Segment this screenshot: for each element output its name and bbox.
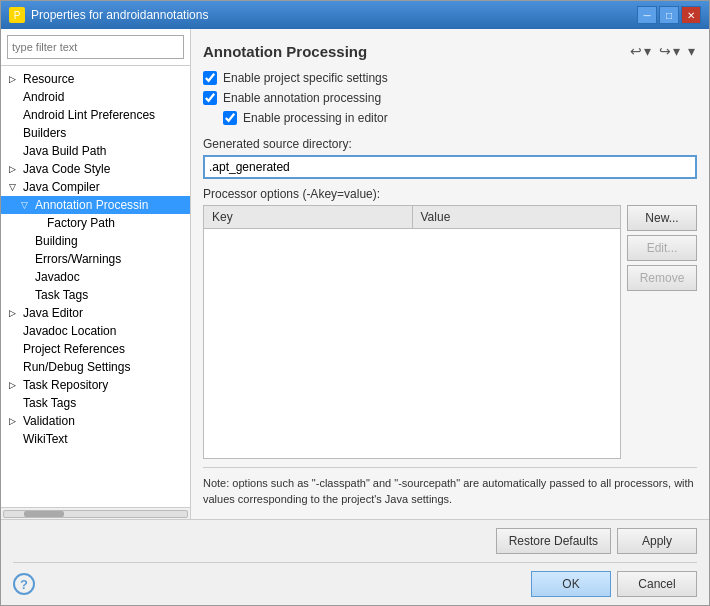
table-area: Key Value New... Edit... Remove — [203, 205, 697, 459]
tree-item-label: Java Editor — [23, 306, 83, 320]
cancel-button[interactable]: Cancel — [617, 571, 697, 597]
col-key-header: Key — [204, 206, 413, 228]
window-title: Properties for androidannotations — [31, 8, 208, 22]
nav-menu-icon: ▾ — [688, 43, 695, 59]
tree-item-label: Java Build Path — [23, 144, 106, 158]
main-body: ▷ResourceAndroidAndroid Lint Preferences… — [1, 29, 709, 519]
title-bar-left: P Properties for androidannotations — [9, 7, 208, 23]
filter-input[interactable] — [7, 35, 184, 59]
right-panel: Annotation Processing ↩ ▾ ↪ ▾ ▾ — [191, 29, 709, 519]
tree-item-android[interactable]: Android — [1, 88, 190, 106]
tree-item-label: Javadoc — [35, 270, 80, 284]
nav-forward-icon: ↪ — [659, 43, 671, 59]
tree-item-label: Validation — [23, 414, 75, 428]
tree-item-java-editor[interactable]: ▷Java Editor — [1, 304, 190, 322]
tree-item-label: Java Code Style — [23, 162, 110, 176]
tree-item-label: Android Lint Preferences — [23, 108, 155, 122]
close-button[interactable]: ✕ — [681, 6, 701, 24]
window-icon: P — [9, 7, 25, 23]
footer-right-buttons-top: Restore Defaults Apply — [496, 528, 697, 554]
tree-item-label: Run/Debug Settings — [23, 360, 130, 374]
tree-item-annotation-processing[interactable]: ▽Annotation Processin — [1, 196, 190, 214]
nav-back-button[interactable]: ↩ ▾ — [628, 41, 653, 61]
tree-item-label: Building — [35, 234, 78, 248]
kv-table: Key Value — [203, 205, 621, 459]
tree-item-label: Factory Path — [47, 216, 115, 230]
tree-item-java-compiler[interactable]: ▽Java Compiler — [1, 178, 190, 196]
table-action-buttons: New... Edit... Remove — [627, 205, 697, 459]
tree-item-resource[interactable]: ▷Resource — [1, 70, 190, 88]
footer-main-buttons: OK Cancel — [531, 571, 697, 597]
tree-item-javadoc-location[interactable]: Javadoc Location — [1, 322, 190, 340]
tree-item-task-tags[interactable]: Task Tags — [1, 286, 190, 304]
tree-item-errors-warnings[interactable]: Errors/Warnings — [1, 250, 190, 268]
expand-icon: ▷ — [9, 308, 19, 318]
nav-buttons: ↩ ▾ ↪ ▾ ▾ — [628, 41, 697, 61]
tree-item-label: Task Tags — [23, 396, 76, 410]
tree-item-java-code-style[interactable]: ▷Java Code Style — [1, 160, 190, 178]
col-value-header: Value — [413, 206, 621, 228]
edit-button[interactable]: Edit... — [627, 235, 697, 261]
enable-processing-label: Enable annotation processing — [223, 91, 381, 105]
tree-item-label: Javadoc Location — [23, 324, 116, 338]
enable-specific-row: Enable project specific settings — [203, 71, 697, 85]
table-header: Key Value — [204, 206, 620, 229]
nav-forward-button[interactable]: ↪ ▾ — [657, 41, 682, 61]
tree-area: ▷ResourceAndroidAndroid Lint Preferences… — [1, 66, 190, 507]
tree-item-label: Project References — [23, 342, 125, 356]
scrollbar-thumb[interactable] — [24, 511, 64, 517]
tree-item-building[interactable]: Building — [1, 232, 190, 250]
restore-button[interactable]: □ — [659, 6, 679, 24]
tree-item-factory-path[interactable]: Factory Path — [1, 214, 190, 232]
tree-item-label: Errors/Warnings — [35, 252, 121, 266]
panel-header: Annotation Processing ↩ ▾ ↪ ▾ ▾ — [203, 41, 697, 61]
enable-editor-label: Enable processing in editor — [243, 111, 388, 125]
tree-item-run-debug-settings[interactable]: Run/Debug Settings — [1, 358, 190, 376]
nav-back-dropdown[interactable]: ▾ — [644, 43, 651, 59]
tree-item-javadoc[interactable]: Javadoc — [1, 268, 190, 286]
tree-item-label: WikiText — [23, 432, 68, 446]
tree-item-builders[interactable]: Builders — [1, 124, 190, 142]
tree-item-task-tags-top[interactable]: Task Tags — [1, 394, 190, 412]
enable-editor-checkbox[interactable] — [223, 111, 237, 125]
remove-button[interactable]: Remove — [627, 265, 697, 291]
tree-item-java-build-path[interactable]: Java Build Path — [1, 142, 190, 160]
scrollbar-area[interactable] — [1, 507, 190, 519]
enable-processing-checkbox[interactable] — [203, 91, 217, 105]
expand-icon: ▽ — [9, 182, 19, 192]
tree-item-label: Android — [23, 90, 64, 104]
tree-item-label: Resource — [23, 72, 74, 86]
restore-defaults-button[interactable]: Restore Defaults — [496, 528, 611, 554]
bottom-area: Restore Defaults Apply ? OK Cancel — [1, 519, 709, 605]
tree-item-task-repository[interactable]: ▷Task Repository — [1, 376, 190, 394]
help-button[interactable]: ? — [13, 573, 35, 595]
note-text: Note: options such as "-classpath" and "… — [203, 467, 697, 507]
enable-specific-checkbox[interactable] — [203, 71, 217, 85]
enable-specific-label: Enable project specific settings — [223, 71, 388, 85]
expand-icon: ▷ — [9, 74, 19, 84]
tree-item-validation[interactable]: ▷Validation — [1, 412, 190, 430]
scrollbar-track[interactable] — [3, 510, 188, 518]
new-button[interactable]: New... — [627, 205, 697, 231]
tree-item-project-references[interactable]: Project References — [1, 340, 190, 358]
title-controls: ─ □ ✕ — [637, 6, 701, 24]
processor-options-label: Processor options (-Akey=value): — [203, 187, 697, 201]
table-body — [204, 229, 620, 409]
tree-item-label: Builders — [23, 126, 66, 140]
minimize-button[interactable]: ─ — [637, 6, 657, 24]
tree-item-wikitext[interactable]: WikiText — [1, 430, 190, 448]
tree-item-label: Annotation Processin — [35, 198, 148, 212]
footer-divider — [13, 562, 697, 563]
source-dir-input[interactable] — [203, 155, 697, 179]
expand-icon: ▷ — [9, 164, 19, 174]
left-panel: ▷ResourceAndroidAndroid Lint Preferences… — [1, 29, 191, 519]
ok-button[interactable]: OK — [531, 571, 611, 597]
apply-button[interactable]: Apply — [617, 528, 697, 554]
nav-menu-button[interactable]: ▾ — [686, 41, 697, 61]
enable-processing-row: Enable annotation processing — [203, 91, 697, 105]
footer-row-bottom: ? OK Cancel — [13, 571, 697, 597]
nav-forward-dropdown[interactable]: ▾ — [673, 43, 680, 59]
footer-row-top: Restore Defaults Apply — [13, 528, 697, 554]
tree-item-android-lint[interactable]: Android Lint Preferences — [1, 106, 190, 124]
tree-item-label: Java Compiler — [23, 180, 100, 194]
